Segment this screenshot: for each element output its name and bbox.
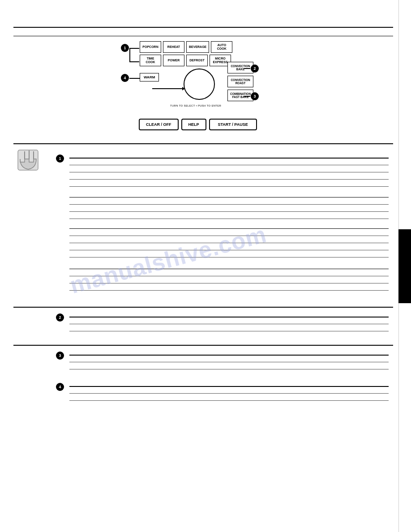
bottom-control-buttons: CLEAR / OFF HELP START / PAUSE xyxy=(139,119,257,130)
badge2-arrow xyxy=(244,68,250,69)
sub2-line3 xyxy=(69,290,389,291)
hand-icon xyxy=(16,148,43,175)
badge-2: 2 xyxy=(251,64,259,73)
button-row-1: POPCORN REHEAT BEVERAGE AUTOCOOK xyxy=(140,41,232,53)
subsection-divider2 xyxy=(69,269,389,269)
auto-cook-btn[interactable]: AUTOCOOK xyxy=(211,41,232,53)
tab-section-1 xyxy=(398,0,411,229)
sub2-line1 xyxy=(69,276,389,276)
badge-1: 1 xyxy=(121,44,129,52)
section1-line2 xyxy=(69,165,389,165)
section-badge-2: 2 xyxy=(56,313,64,322)
clear-off-btn[interactable]: CLEAR / OFF xyxy=(139,119,179,130)
badge-4: 4 xyxy=(121,74,129,82)
major-divider1 xyxy=(13,307,393,308)
tab-section-4 xyxy=(398,279,411,303)
section-badge-4: 4 xyxy=(56,383,64,391)
dial-knob[interactable] xyxy=(184,69,215,100)
popcorn-btn[interactable]: POPCORN xyxy=(140,41,161,53)
top-divider-2 xyxy=(13,36,393,36)
section-badge-3: 3 xyxy=(56,352,64,360)
section-3-badge-area: 3 xyxy=(56,352,64,360)
section3-line2 xyxy=(69,362,389,362)
section1-line8 xyxy=(69,219,389,219)
section1-line5 xyxy=(69,186,389,187)
tab-section-3 xyxy=(398,254,411,279)
sub1-line3 xyxy=(69,250,389,250)
arrow-vertical xyxy=(129,48,130,62)
beverage-btn[interactable]: BEVERAGE xyxy=(186,41,209,53)
section-4-badge-area: 4 xyxy=(56,383,64,391)
control-panel-diagram: 1 POPCORN REHEAT BEVERAGE AUTOCOOK TIMEC… xyxy=(112,40,336,139)
section1-line7 xyxy=(69,211,389,212)
convection-roast-btn[interactable]: CONVECTIONROAST xyxy=(227,76,253,87)
section1-line3 xyxy=(69,172,389,172)
section4-line3 xyxy=(69,400,389,401)
section2-line2 xyxy=(69,324,389,324)
section4-line2 xyxy=(69,393,389,394)
combo-fast-bake-btn[interactable]: COMBINATIONFAST BAKE xyxy=(227,90,253,101)
reheat-btn[interactable]: REHEAT xyxy=(163,41,184,53)
section-1-badge-area: 1 xyxy=(56,154,64,163)
tab-section-2 xyxy=(398,229,411,254)
defrost-btn[interactable]: DEFROST xyxy=(186,55,208,66)
convection-bake-btn[interactable]: CONVECTIONBAKE xyxy=(227,62,253,73)
major-divider2 xyxy=(13,345,393,346)
section1-line6 xyxy=(69,204,389,205)
watermark: manualshive.com xyxy=(67,221,270,299)
dial-arrow xyxy=(152,88,184,89)
section3-line1 xyxy=(69,355,389,356)
section1-line1 xyxy=(69,158,389,159)
sub1-line4 xyxy=(69,257,389,257)
section-2-badge-area: 2 xyxy=(56,313,64,322)
tab-section-5 xyxy=(398,303,411,532)
section2-line1 xyxy=(69,317,389,317)
arrow-top xyxy=(129,48,139,49)
sub1-line2 xyxy=(69,243,389,243)
badge-3: 3 xyxy=(251,92,259,100)
button-row-2: TIMECOOK POWER DEFROST MICROEXPRESS xyxy=(140,55,231,66)
section-badge-1: 1 xyxy=(56,154,64,163)
help-btn[interactable]: HELP xyxy=(181,119,206,130)
warm-btn[interactable]: WARM xyxy=(140,73,159,82)
start-pause-btn[interactable]: START / PAUSE xyxy=(209,119,257,130)
right-sidebar xyxy=(398,0,411,532)
subsection-divider1 xyxy=(69,228,389,229)
section1-line4 xyxy=(69,179,389,180)
section1-divider xyxy=(69,197,389,197)
hand-icon-area xyxy=(16,148,49,175)
badge3-arrow xyxy=(244,96,250,97)
section-divider-top xyxy=(13,143,393,144)
sub1-line1 xyxy=(69,236,389,236)
section2-line3 xyxy=(69,331,389,331)
time-cook-btn[interactable]: TIMECOOK xyxy=(140,55,161,66)
section4-line1 xyxy=(69,386,389,387)
badge4-arrow xyxy=(129,78,140,79)
power-btn[interactable]: POWER xyxy=(163,55,184,66)
turn-select-label: TURN TO SELECT • PUSH TO ENTER xyxy=(170,104,221,107)
top-divider-1 xyxy=(13,27,393,28)
section3-line3 xyxy=(69,369,389,369)
sub2-line2 xyxy=(69,283,389,283)
arrow-bottom xyxy=(129,61,139,62)
